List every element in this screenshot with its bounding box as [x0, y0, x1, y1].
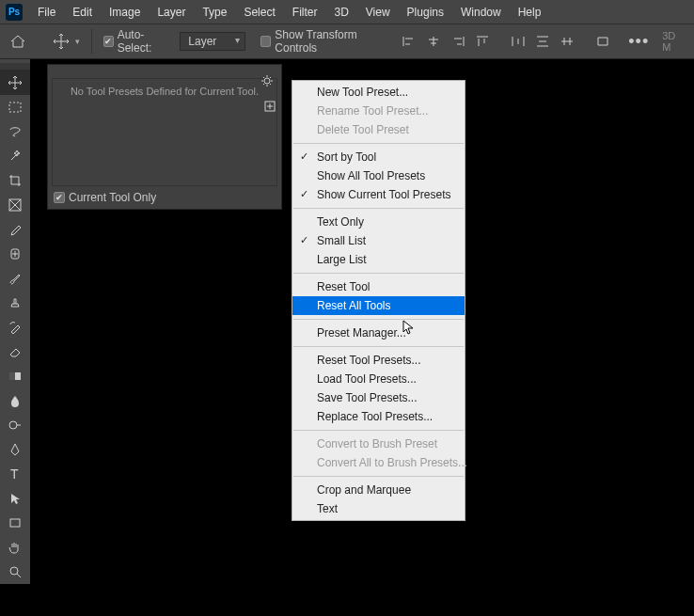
menu-item-rename-tool-preset: Rename Tool Preset...: [292, 102, 465, 120]
menu-plugins[interactable]: Plugins: [400, 3, 451, 22]
menu-separator: [293, 273, 464, 274]
tools-panel: T: [0, 59, 30, 584]
eraser-tool[interactable]: [0, 340, 30, 364]
more-options-icon[interactable]: •••: [628, 32, 649, 52]
lasso-tool[interactable]: [0, 119, 30, 144]
options-bar: ▾ Auto-Select: Layer Show Transform Cont…: [0, 24, 694, 59]
menu-image[interactable]: Image: [102, 3, 148, 22]
menu-item-save-tool-presets[interactable]: Save Tool Presets...: [292, 388, 465, 407]
menu-item-large-list[interactable]: Large List: [292, 250, 465, 269]
menu-help[interactable]: Help: [511, 3, 549, 22]
brush-tool[interactable]: [0, 266, 30, 291]
app-logo: Ps: [6, 4, 23, 21]
home-icon[interactable]: [9, 32, 26, 51]
tool-presets-panel: No Tool Presets Defined for Current Tool…: [47, 64, 282, 210]
menu-type[interactable]: Type: [195, 3, 234, 22]
menu-item-load-tool-presets[interactable]: Load Tool Presets...: [292, 370, 465, 388]
show-transform-checkbox[interactable]: Show Transform Controls: [260, 28, 389, 55]
align-extra-icon[interactable]: [591, 29, 615, 54]
history-brush-tool[interactable]: [0, 315, 30, 340]
menu-item-delete-tool-preset: Delete Tool Preset: [292, 120, 465, 139]
move-tool[interactable]: [0, 71, 30, 95]
current-tool-only-label: Current Tool Only: [69, 191, 156, 204]
menu-filter[interactable]: Filter: [285, 3, 325, 22]
svg-point-9: [264, 78, 270, 84]
frame-tool[interactable]: [0, 193, 30, 217]
distribute-3-icon[interactable]: [555, 29, 579, 54]
align-center-h-icon[interactable]: [421, 29, 446, 54]
svg-point-8: [10, 567, 18, 575]
menu-file[interactable]: File: [30, 3, 63, 22]
menu-separator: [293, 319, 464, 320]
presets-empty-message: No Tool Presets Defined for Current Tool…: [71, 85, 259, 99]
distribute-2-icon[interactable]: [530, 29, 555, 54]
distribute-1-icon[interactable]: [506, 29, 530, 54]
3d-mode-label[interactable]: 3D M: [662, 30, 685, 53]
pen-tool[interactable]: [0, 437, 30, 462]
menu-item-replace-tool-presets[interactable]: Replace Tool Presets...: [292, 407, 465, 426]
menu-item-convert-to-brush-preset: Convert to Brush Preset: [292, 434, 465, 453]
dropdown-caret-icon[interactable]: ▾: [75, 37, 80, 46]
auto-select-label: Auto-Select:: [118, 28, 173, 55]
menu-item-convert-all-to-brush-presets: Convert All to Brush Presets...: [292, 453, 465, 472]
rectangle-tool[interactable]: [0, 511, 30, 535]
menu-layer[interactable]: Layer: [150, 3, 193, 22]
healing-brush-tool[interactable]: [0, 242, 30, 266]
dodge-tool[interactable]: [0, 413, 30, 437]
menu-item-new-tool-preset[interactable]: New Tool Preset...: [292, 83, 465, 102]
panel-context-menu: New Tool Preset...Rename Tool Preset...D…: [292, 80, 465, 521]
menu-item-text[interactable]: Text: [292, 499, 465, 518]
zoom-tool[interactable]: [0, 560, 30, 584]
checkbox-icon: [260, 36, 271, 47]
current-tool-only-checkbox[interactable]: [54, 192, 65, 203]
show-transform-label: Show Transform Controls: [275, 28, 389, 55]
menu-item-text-only[interactable]: Text Only: [292, 213, 465, 231]
align-top-icon[interactable]: [470, 29, 495, 54]
menu-item-show-all-tool-presets[interactable]: Show All Tool Presets: [292, 166, 465, 185]
eyedropper-tool[interactable]: [0, 217, 30, 242]
menu-window[interactable]: Window: [453, 3, 509, 22]
menu-separator: [293, 476, 464, 477]
svg-text:T: T: [10, 466, 19, 482]
gradient-tool[interactable]: [0, 364, 30, 388]
menu-bar: Ps File Edit Image Layer Type Select Fil…: [0, 0, 694, 24]
menu-item-reset-tool-presets[interactable]: Reset Tool Presets...: [292, 351, 465, 370]
menu-select[interactable]: Select: [236, 3, 282, 22]
magic-wand-tool[interactable]: [0, 144, 30, 168]
svg-rect-7: [10, 519, 20, 527]
auto-select-checkbox[interactable]: Auto-Select:: [103, 28, 173, 55]
menu-item-preset-manager[interactable]: Preset Manager...: [292, 324, 465, 342]
menu-item-reset-tool[interactable]: Reset Tool: [292, 277, 465, 296]
layer-group-select[interactable]: Layer: [180, 32, 245, 51]
align-group-1: [397, 29, 615, 54]
move-tool-icon[interactable]: [51, 30, 71, 53]
new-preset-icon[interactable]: [262, 99, 277, 114]
menu-item-small-list[interactable]: Small List: [292, 231, 465, 250]
divider: [91, 29, 92, 54]
type-tool[interactable]: T: [0, 462, 30, 486]
panel-body: No Tool Presets Defined for Current Tool…: [52, 78, 277, 186]
svg-rect-4: [9, 372, 15, 380]
align-left-icon[interactable]: [397, 29, 421, 54]
menu-edit[interactable]: Edit: [65, 3, 100, 22]
menu-item-sort-by-tool[interactable]: Sort by Tool: [292, 148, 465, 166]
marquee-tool[interactable]: [0, 95, 30, 119]
menu-3d[interactable]: 3D: [326, 3, 355, 22]
menu-item-crop-and-marquee[interactable]: Crop and Marquee: [292, 481, 465, 499]
blur-tool[interactable]: [0, 388, 30, 413]
clone-stamp-tool[interactable]: [0, 291, 30, 315]
align-right-icon[interactable]: [446, 29, 470, 54]
menu-item-reset-all-tools[interactable]: Reset All Tools: [292, 296, 465, 315]
menu-separator: [293, 143, 464, 144]
menu-separator: [293, 346, 464, 347]
select-value: Layer: [188, 35, 216, 48]
menu-item-show-current-tool-presets[interactable]: Show Current Tool Presets: [292, 185, 465, 204]
crop-tool[interactable]: [0, 168, 30, 193]
hand-tool[interactable]: [0, 535, 30, 560]
menu-view[interactable]: View: [358, 3, 398, 22]
svg-point-5: [9, 421, 17, 429]
svg-rect-0: [9, 103, 21, 112]
panel-menu-icon[interactable]: [257, 71, 277, 91]
panel-collapse-icon[interactable]: [0, 63, 30, 71]
path-selection-tool[interactable]: [0, 486, 30, 511]
